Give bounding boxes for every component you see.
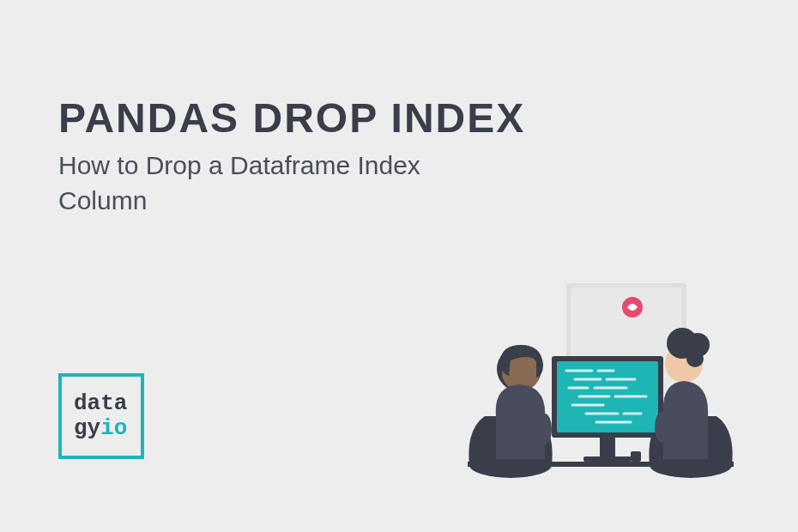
svg-rect-30 (480, 442, 495, 461)
svg-point-28 (686, 350, 704, 367)
logo-line-1: data (74, 391, 141, 416)
svg-rect-8 (600, 438, 615, 456)
svg-point-29 (655, 412, 668, 443)
page-title: PANDAS DROP INDEX (58, 94, 525, 142)
svg-rect-31 (631, 451, 641, 462)
datagy-logo: data gyio (58, 373, 144, 459)
page-subtitle: How to Drop a Dataframe Index Column (58, 148, 505, 218)
svg-point-24 (538, 414, 552, 444)
logo-line-2: gyio (74, 416, 141, 441)
text-content: PANDAS DROP INDEX How to Drop a Datafram… (58, 94, 525, 218)
svg-rect-9 (583, 456, 632, 462)
coding-illustration (442, 275, 751, 498)
